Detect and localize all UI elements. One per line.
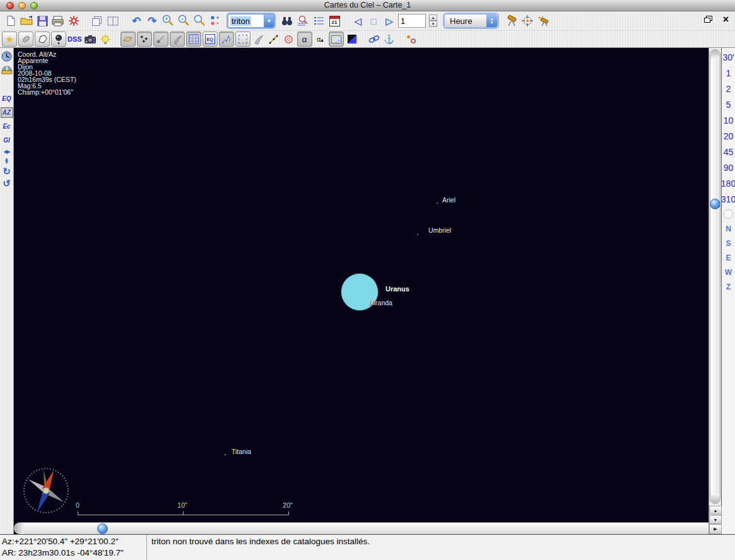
proportion-button[interactable] xyxy=(404,32,418,47)
show-stars-button[interactable]: ★ xyxy=(2,32,17,47)
search-button[interactable] xyxy=(280,13,294,28)
show-comets-button[interactable] xyxy=(153,32,168,47)
coord-gl-button[interactable]: Gl xyxy=(3,135,10,146)
fov-30min-button[interactable]: 30' xyxy=(722,49,734,65)
coord-ec-button[interactable]: Ec xyxy=(3,121,10,132)
label-select-button[interactable]: α xyxy=(314,32,327,47)
telescope-panel-button[interactable] xyxy=(505,13,519,28)
save-button[interactable] xyxy=(35,13,49,28)
clock-globe-icon[interactable] xyxy=(1,51,12,62)
titania-dot[interactable] xyxy=(225,454,226,455)
minimize-window-button[interactable] xyxy=(18,2,26,9)
open-chart-button[interactable] xyxy=(20,13,33,28)
ariel-dot[interactable] xyxy=(437,202,438,204)
rotate-ccw-icon[interactable]: ↺ xyxy=(3,179,11,188)
ariel-label[interactable]: Ariel xyxy=(442,196,456,204)
flip-horizontal-icon[interactable]: ◀▶ xyxy=(3,149,9,155)
date-time-button[interactable]: 21 xyxy=(327,13,341,28)
show-saturn-button[interactable] xyxy=(121,32,136,47)
time-unit-select[interactable]: Heure ▲▼ xyxy=(444,14,498,28)
find-position-button[interactable] xyxy=(296,13,310,28)
show-outlines-button[interactable] xyxy=(35,32,50,47)
telescope-slew-button[interactable] xyxy=(536,13,550,28)
fov-90-button[interactable]: 90 xyxy=(724,160,734,175)
scroll-up-icon[interactable]: ▲ xyxy=(709,506,722,515)
close-window-button[interactable] xyxy=(6,2,14,9)
vertical-scroll-thumb[interactable] xyxy=(710,199,720,209)
time-step-input[interactable] xyxy=(398,14,426,28)
rotate-cw-icon[interactable]: ↻ xyxy=(3,167,11,176)
fov-10-button[interactable]: 10 xyxy=(724,112,734,128)
fov-20-button[interactable]: 20 xyxy=(724,128,734,144)
fov-2-button[interactable]: 2 xyxy=(726,81,731,96)
sky-chart[interactable]: Coord. Alt/Az Apparente Dijon 2008-10-08… xyxy=(14,48,709,534)
fov-310-button[interactable]: 310 xyxy=(721,191,735,207)
redo-icon[interactable]: ↷ xyxy=(145,13,159,28)
direction-z-button[interactable]: Z xyxy=(726,279,731,294)
chart-border-button[interactable] xyxy=(235,32,250,47)
constellation-figure-button[interactable] xyxy=(219,32,234,47)
time-back-icon[interactable]: ◁ xyxy=(351,13,365,28)
telescope-goto-button[interactable] xyxy=(520,13,534,28)
coord-eq-button[interactable]: EQ xyxy=(2,93,11,104)
show-horizon-button[interactable] xyxy=(252,32,266,47)
object-list-button[interactable] xyxy=(312,13,326,28)
direction-w-button[interactable]: W xyxy=(725,265,732,279)
mdi-restore-icon[interactable] xyxy=(704,16,712,23)
star-brightness-button[interactable] xyxy=(208,13,222,28)
zoom-window-button[interactable] xyxy=(30,2,38,9)
flip-vertical-icon[interactable]: ▲▼ xyxy=(4,158,9,164)
night-vision-button[interactable] xyxy=(98,32,112,47)
link-charts-button[interactable] xyxy=(367,32,381,47)
zoom-in-button[interactable]: + xyxy=(161,13,175,28)
show-planets-button[interactable] xyxy=(51,32,66,47)
sky-config-button[interactable] xyxy=(67,13,81,28)
time-stop-icon[interactable]: □ xyxy=(367,13,380,28)
time-forward-icon[interactable]: ▷ xyxy=(382,13,396,28)
image-button[interactable] xyxy=(83,32,97,47)
direction-e-button[interactable]: E xyxy=(726,250,731,265)
search-dropdown-arrow[interactable]: ▼ xyxy=(264,15,274,27)
coord-az-button[interactable]: AZ xyxy=(1,107,13,118)
zoom-default-button[interactable] xyxy=(192,13,206,28)
scroll-down-icon[interactable]: ▼ xyxy=(709,515,722,524)
uranus-label[interactable]: Uranus xyxy=(385,285,409,293)
copy-chart-button[interactable] xyxy=(90,13,104,28)
mark-center-button[interactable] xyxy=(282,32,296,47)
invert-colors-button[interactable] xyxy=(345,32,359,47)
anchor-icon[interactable]: ⚓ xyxy=(382,32,396,47)
show-grid-button[interactable] xyxy=(186,32,201,47)
fov-1-button[interactable]: 1 xyxy=(726,65,731,81)
sky-map-icon[interactable] xyxy=(724,209,733,219)
horizontal-scrollbar[interactable] xyxy=(14,522,709,534)
scroll-right-icon[interactable]: ▶ xyxy=(709,524,722,534)
label-greek-button[interactable]: α xyxy=(297,32,312,47)
miranda-label[interactable]: Miranda xyxy=(368,299,392,306)
search-combo[interactable]: triton ▼ xyxy=(228,14,274,28)
fov-45-button[interactable]: 45 xyxy=(724,144,734,160)
time-step-stepper[interactable]: ▲▼ xyxy=(429,15,437,27)
search-input[interactable]: triton xyxy=(228,15,264,26)
new-chart-button[interactable] xyxy=(4,13,18,28)
dss-image-button[interactable]: DSS xyxy=(68,32,82,47)
direction-n-button[interactable]: N xyxy=(726,221,731,236)
multi-window-button[interactable] xyxy=(106,13,120,28)
undo-icon[interactable]: ↶ xyxy=(129,13,143,28)
show-nebulae-button[interactable] xyxy=(18,32,33,47)
vertical-scrollbar[interactable]: ▲ ▼ ▶ xyxy=(709,48,721,534)
umbriel-label[interactable]: Umbriel xyxy=(428,226,451,234)
show-star-labels-button[interactable]: ✦✦✦ xyxy=(137,32,152,47)
fov-180-button[interactable]: 180 xyxy=(721,175,735,191)
titania-label[interactable]: Titania xyxy=(232,448,251,455)
vertical-scroll-track[interactable] xyxy=(710,49,720,504)
zoom-out-button[interactable]: − xyxy=(177,13,191,28)
horizontal-scroll-thumb[interactable] xyxy=(97,523,108,534)
print-button[interactable] xyxy=(51,13,65,28)
star-line-button[interactable] xyxy=(267,32,281,47)
observatory-dome-icon[interactable] xyxy=(1,65,13,74)
show-eq-grid-button[interactable]: EQ xyxy=(203,32,218,47)
show-milkyway-button[interactable] xyxy=(170,32,185,47)
umbriel-dot[interactable] xyxy=(417,234,418,235)
background-image-button[interactable] xyxy=(329,32,344,47)
direction-s-button[interactable]: S xyxy=(726,236,731,250)
